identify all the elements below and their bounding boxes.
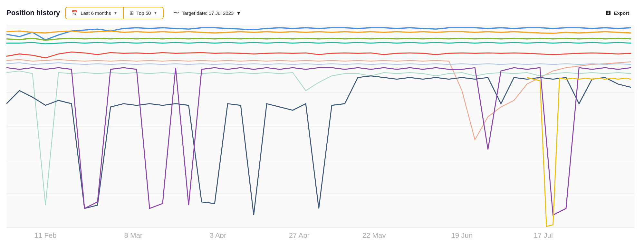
- svg-text:11 Feb: 11 Feb: [34, 231, 57, 238]
- target-date-label: Target date: 17 Jul 2023: [182, 10, 234, 16]
- target-chevron-icon: ▼: [236, 10, 241, 16]
- svg-text:27 Apr: 27 Apr: [289, 231, 310, 238]
- svg-text:19 Jun: 19 Jun: [451, 231, 473, 238]
- filter-group: 📅 Last 6 months ▼ ⊞ Top 50 ▼: [65, 7, 164, 19]
- target-date-button[interactable]: 〜 Target date: 17 Jul 2023 ▼: [169, 6, 245, 19]
- trending-icon: 〜: [173, 9, 179, 17]
- top-chevron-icon: ▼: [153, 11, 157, 15]
- date-filter-button[interactable]: 📅 Last 6 months ▼: [66, 7, 124, 19]
- calendar-icon: 📅: [72, 10, 78, 16]
- table-icon: ⊞: [130, 10, 134, 16]
- chart-area: 1 10 20 30 40 50 11 Feb 8 Mar 3 Apr 27 A…: [6, 25, 634, 238]
- download-icon: [605, 10, 611, 16]
- chart-wrapper: 1 10 20 30 40 50 11 Feb 8 Mar 3 Apr 27 A…: [6, 25, 634, 238]
- date-filter-label: Last 6 months: [81, 10, 111, 16]
- svg-text:17 Jul: 17 Jul: [534, 231, 553, 238]
- date-chevron-icon: ▼: [113, 11, 117, 15]
- main-container: Position history 📅 Last 6 months ▼ ⊞ Top…: [0, 0, 644, 241]
- header: Position history 📅 Last 6 months ▼ ⊞ Top…: [6, 6, 634, 19]
- export-label: Export: [614, 10, 629, 16]
- svg-text:8 Mar: 8 Mar: [124, 231, 142, 238]
- svg-text:22 May: 22 May: [362, 231, 386, 238]
- page-title: Position history: [6, 9, 60, 17]
- top-filter-button[interactable]: ⊞ Top 50 ▼: [124, 7, 163, 19]
- export-button[interactable]: Export: [600, 7, 634, 18]
- position-history-chart: 1 10 20 30 40 50 11 Feb 8 Mar 3 Apr 27 A…: [6, 25, 634, 238]
- svg-text:3 Apr: 3 Apr: [209, 231, 226, 238]
- top-filter-label: Top 50: [136, 10, 151, 16]
